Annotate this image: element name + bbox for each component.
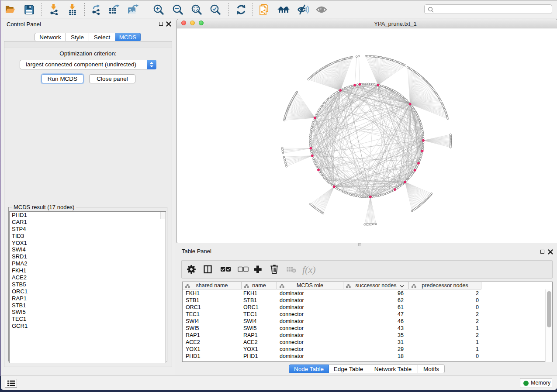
svg-text:f(x): f(x) xyxy=(302,264,316,275)
